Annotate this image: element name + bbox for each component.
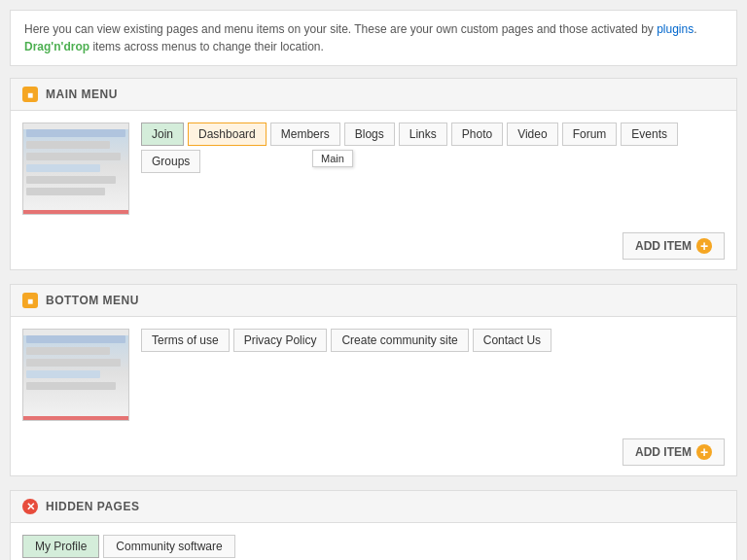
info-box: Here you can view existing pages and men…	[10, 10, 737, 66]
menu-tag-contact[interactable]: Contact Us	[473, 329, 551, 352]
menu-tag-links[interactable]: Links	[399, 122, 447, 146]
main-menu-add-item-label: ADD ITEM	[635, 239, 692, 253]
bottom-menu-plus-icon: +	[696, 444, 712, 460]
bottom-menu-add-item-label: ADD ITEM	[635, 445, 692, 459]
tooltip-main: Main	[312, 150, 353, 167]
menu-tag-dashboard[interactable]: Dashboard	[188, 122, 267, 146]
menu-tag-groups[interactable]: Groups	[141, 150, 200, 173]
menu-tag-photo[interactable]: Photo	[451, 122, 503, 146]
main-menu-header: ■ MAIN MENU	[11, 79, 736, 111]
bottom-menu-tags: Terms of use Privacy Policy Create commu…	[141, 329, 725, 352]
menu-tag-events[interactable]: Events	[621, 122, 678, 146]
hidden-pages-header: ✕ HIDDEN PAGES	[11, 491, 736, 523]
bottom-menu-title: BOTTOM MENU	[46, 294, 139, 307]
main-menu-icon: ■	[22, 87, 38, 102]
menu-tag-privacy[interactable]: Privacy Policy	[233, 329, 328, 352]
main-menu-add-item-row: ADD ITEM +	[11, 227, 736, 269]
bottom-menu-body: Terms of use Privacy Policy Create commu…	[11, 317, 736, 433]
menu-tag-create-community[interactable]: Create community site	[331, 329, 468, 352]
plugins-link[interactable]: plugins	[657, 22, 694, 36]
menu-tag-blogs[interactable]: Blogs	[344, 122, 395, 146]
bottom-menu-add-item-row: ADD ITEM +	[11, 433, 736, 475]
hidden-tag-my-profile[interactable]: My Profile	[22, 535, 99, 558]
main-menu-plus-icon: +	[696, 238, 712, 254]
info-text: Here you can view existing pages and men…	[24, 22, 657, 36]
menu-tag-video[interactable]: Video	[507, 122, 557, 146]
main-menu-items-area: Join Dashboard Main Members Blogs Links …	[141, 122, 725, 173]
bottom-menu-preview	[22, 329, 129, 421]
menu-tag-join[interactable]: Join	[141, 122, 184, 146]
main-menu-tags: Join Dashboard Main Members Blogs Links …	[141, 122, 725, 173]
main-menu-title: MAIN MENU	[46, 88, 118, 101]
main-menu-add-item-button[interactable]: ADD ITEM +	[622, 232, 725, 260]
hidden-pages-icon: ✕	[22, 499, 38, 514]
menu-tag-forum[interactable]: Forum	[562, 122, 618, 146]
hidden-pages-section: ✕ HIDDEN PAGES My Profile Community soft…	[10, 490, 737, 560]
main-menu-section: ■ MAIN MENU Join Dashboard Main Members …	[10, 78, 737, 270]
menu-tag-terms[interactable]: Terms of use	[141, 329, 230, 352]
main-menu-preview	[22, 122, 129, 215]
bottom-menu-add-item-button[interactable]: ADD ITEM +	[622, 438, 725, 466]
bottom-menu-section: ■ BOTTOM MENU Terms of use Privacy Polic…	[10, 284, 737, 476]
hidden-pages-tags: My Profile Community software	[22, 535, 725, 558]
hidden-pages-title: HIDDEN PAGES	[46, 500, 139, 513]
menu-tag-members[interactable]: Members	[270, 122, 340, 146]
bottom-menu-items-area: Terms of use Privacy Policy Create commu…	[141, 329, 725, 352]
main-menu-body: Join Dashboard Main Members Blogs Links …	[11, 111, 736, 227]
bottom-menu-icon: ■	[22, 293, 38, 308]
hidden-tag-community-software[interactable]: Community software	[103, 535, 234, 558]
hidden-pages-body: My Profile Community software Here are p…	[11, 523, 736, 560]
bottom-menu-header: ■ BOTTOM MENU	[11, 285, 736, 317]
